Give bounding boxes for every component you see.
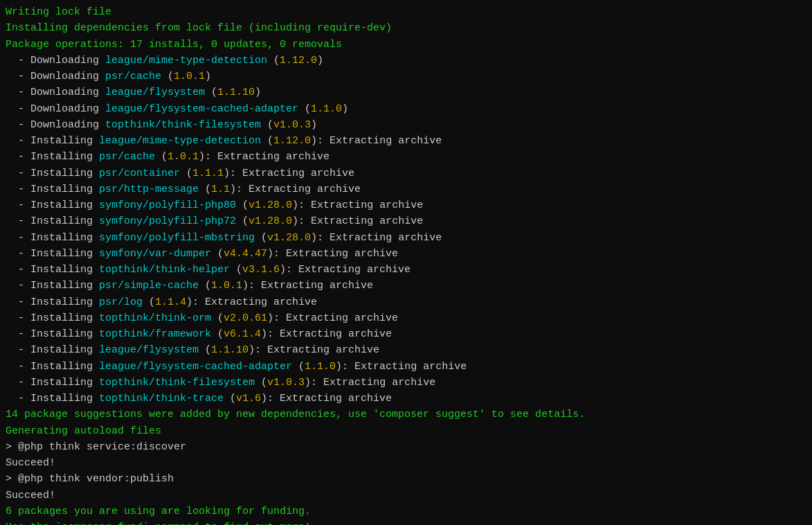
terminal-line: 6 packages you are using are looking for… xyxy=(6,504,806,519)
terminal-line: > @php think vendor:publish xyxy=(6,471,806,487)
terminal-line: - Downloading psr/cache (1.0.1) xyxy=(6,69,806,84)
terminal-line: - Downloading league/mime-type-detection… xyxy=(6,53,806,69)
terminal-line: - Installing psr/http-message (1.1): Ext… xyxy=(6,181,806,197)
terminal-line: - Downloading league/flysystem-cached-ad… xyxy=(6,101,806,117)
terminal-line: - Downloading topthink/think-filesystem … xyxy=(6,117,806,133)
terminal-output: Writing lock fileInstalling dependencies… xyxy=(6,4,806,525)
terminal-line: - Installing symfony/var-dumper (v4.4.47… xyxy=(6,246,806,262)
terminal-line: - Installing psr/simple-cache (1.0.1): E… xyxy=(6,278,806,294)
terminal-line: - Installing symfony/polyfill-mbstring (… xyxy=(6,230,806,246)
terminal-line: 14 package suggestions were added by new… xyxy=(6,407,806,422)
terminal-line: - Installing psr/container (1.1.1): Extr… xyxy=(6,166,806,181)
terminal-line: - Installing league/mime-type-detection … xyxy=(6,133,806,149)
terminal-line: - Installing topthink/think-orm (v2.0.61… xyxy=(6,310,806,326)
terminal-line: - Installing symfony/polyfill-php80 (v1.… xyxy=(6,197,806,213)
terminal-line: - Installing league/flysystem-cached-ada… xyxy=(6,359,806,375)
terminal-line: Package operations: 17 installs, 0 updat… xyxy=(6,37,806,53)
terminal-line: > @php think service:discover xyxy=(6,439,806,455)
terminal-line: - Installing psr/cache (1.0.1): Extracti… xyxy=(6,149,806,165)
terminal-line: - Downloading league/flysystem (1.1.10) xyxy=(6,84,806,100)
terminal-line: - Installing topthink/think-trace (v1.6)… xyxy=(6,391,806,407)
terminal-line: - Installing psr/log (1.1.4): Extracting… xyxy=(6,294,806,310)
terminal-line: - Installing topthink/think-helper (v3.1… xyxy=(6,262,806,278)
terminal-line: - Installing symfony/polyfill-php72 (v1.… xyxy=(6,213,806,229)
terminal-line: Use the `composer fund` command to find … xyxy=(6,519,806,525)
terminal-line: - Installing league/flysystem (1.1.10): … xyxy=(6,342,806,358)
terminal-line: Generating autoload files xyxy=(6,423,806,439)
terminal-line: Writing lock file xyxy=(6,4,806,20)
terminal-line: Succeed! xyxy=(6,455,806,471)
terminal-line: Installing dependencies from lock file (… xyxy=(6,20,806,36)
terminal-line: - Installing topthink/framework (v6.1.4)… xyxy=(6,326,806,342)
terminal-line: Succeed! xyxy=(6,488,806,504)
terminal-line: - Installing topthink/think-filesystem (… xyxy=(6,375,806,391)
